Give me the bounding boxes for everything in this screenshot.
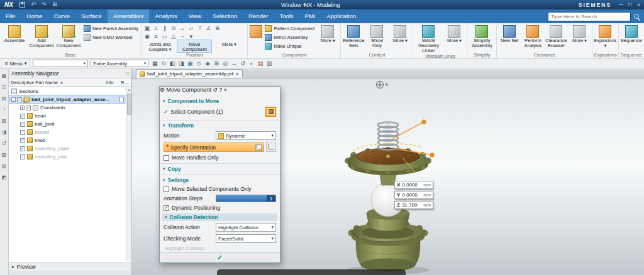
align-icon[interactable]: ≡: [152, 32, 160, 40]
distance-icon[interactable]: ↔: [178, 24, 186, 32]
part-navigator-icon[interactable]: ▤: [2, 95, 7, 101]
tab-home[interactable]: Home: [21, 9, 48, 23]
shaded-icon[interactable]: ◆: [204, 60, 211, 67]
tree-row-socket[interactable]: ✓ socket: [9, 128, 131, 136]
pattern-component-gallery-button[interactable]: [249, 24, 263, 38]
history-icon[interactable]: ↺: [2, 141, 6, 146]
zoom-icon[interactable]: ◎: [221, 60, 229, 67]
navigator-column-header[interactable]: Descriptive Part Name ▲ Info R...: [9, 78, 131, 87]
selection-scope-dropdown[interactable]: Entire Assembly ▾: [91, 60, 148, 67]
explosions-button[interactable]: Explosions ▾: [594, 24, 616, 48]
undo-icon[interactable]: ↶: [30, 1, 37, 9]
section-copy[interactable]: ▾ Copy: [160, 163, 280, 173]
motion-dropdown[interactable]: Dynamic ▾: [216, 131, 276, 140]
rotate-view-icon[interactable]: ↺: [239, 60, 247, 67]
show-hide-icon[interactable]: ◐: [248, 60, 255, 67]
perpendicular-icon[interactable]: ⊤: [196, 24, 204, 32]
checkbox-icon[interactable]: ✓: [20, 154, 25, 159]
select-face-icon[interactable]: ◧: [169, 60, 176, 67]
symmetry-icon[interactable]: △: [169, 32, 177, 40]
new-parent-assembly-button[interactable]: New Parent Assembly: [82, 24, 140, 33]
move-component-button[interactable]: Move Component: [177, 40, 211, 52]
show-only-button[interactable]: Show Only: [365, 24, 388, 48]
pattern-component-button[interactable]: Pattern Component: [264, 24, 316, 33]
reset-icon[interactable]: ↺: [213, 87, 218, 93]
checkbox-icon[interactable]: ✓: [20, 114, 25, 119]
center-icon[interactable]: ⊕: [213, 24, 221, 32]
clearance-browser-button[interactable]: Clearance Browser: [545, 24, 567, 48]
add-component-button[interactable]: Add Component: [28, 24, 55, 48]
tree-row-assembly-root[interactable]: ✓ ball_joint_tripod_adapter_asse...: [9, 95, 131, 104]
checking-mode-dropdown[interactable]: Facet/Solid ▾: [216, 234, 276, 243]
checkbox-icon[interactable]: ✓: [20, 146, 25, 151]
tab-application[interactable]: Application: [321, 9, 361, 23]
notifications-icon[interactable]: ◔: [3, 107, 6, 112]
save-icon[interactable]: [19, 2, 25, 8]
close-button[interactable]: ×: [635, 2, 643, 8]
tree-row-constraints[interactable]: ✓ Constraints: [9, 104, 131, 112]
help-icon[interactable]: ?: [219, 87, 222, 93]
ok-button[interactable]: ✓: [217, 254, 223, 262]
parallel-icon[interactable]: ▱: [187, 24, 195, 32]
animation-steps-slider[interactable]: 1: [216, 195, 276, 202]
mirror-assembly-button[interactable]: Mirror Assembly: [264, 33, 316, 41]
section-component-to-move[interactable]: ▾ Component to Move: [160, 96, 280, 105]
window-icon[interactable]: ▥: [265, 60, 273, 67]
tab-analysis[interactable]: Analysis: [149, 9, 182, 23]
touch-align-icon[interactable]: ∥: [160, 24, 169, 32]
search-icon[interactable]: [634, 14, 639, 19]
assembly-constraints-icon[interactable]: ▣: [143, 24, 151, 32]
joints-and-couplers-button[interactable]: Joints and Couplers ▾: [143, 40, 177, 52]
select-edge-icon[interactable]: ◨: [177, 60, 185, 67]
maximize-button[interactable]: □: [626, 2, 634, 8]
tab-curve[interactable]: Curve: [48, 9, 75, 23]
view-manager-icon[interactable]: ◨: [2, 129, 7, 135]
make-unique-button[interactable]: Make Unique: [264, 41, 316, 50]
window-menu[interactable]: Window ▾: [281, 2, 306, 8]
scroll-up-icon[interactable]: ▴: [128, 87, 130, 92]
simplify-assembly-button[interactable]: Simplify Assembly: [469, 24, 495, 48]
perform-analysis-button[interactable]: Perform Analysis: [521, 24, 544, 48]
scrollbar-thumb[interactable]: [127, 94, 131, 115]
roles-icon[interactable]: ◩: [2, 175, 7, 180]
edit-section-icon[interactable]: ▤: [257, 60, 264, 67]
bond-icon[interactable]: ◉: [143, 32, 151, 40]
constraint-navigator-icon[interactable]: ◫: [2, 84, 7, 90]
checkbox-icon[interactable]: ✓: [26, 105, 31, 111]
window-switch-icon[interactable]: ⊞: [51, 1, 58, 9]
coordinate-z[interactable]: Z 31.700 mm: [394, 201, 433, 209]
sequence-button[interactable]: Sequence: [620, 24, 643, 43]
clearance-more-button[interactable]: More ▾: [568, 24, 591, 43]
cable-icon[interactable]: ~: [178, 32, 186, 40]
minimize-button[interactable]: ─: [617, 2, 625, 8]
selection-filter-dropdown[interactable]: ▾: [33, 60, 88, 67]
new-dmu-workset-button[interactable]: New DMU Workset: [82, 33, 140, 41]
tree-row-head[interactable]: ✓ head: [9, 112, 131, 120]
interpart-more-button[interactable]: More ▾: [443, 24, 465, 43]
tree-row-sections[interactable]: ✓ Sections: [9, 87, 131, 95]
tree-row-mounting-pad[interactable]: ✓ mounting_pad: [9, 153, 131, 161]
fix-constraint-icon[interactable]: ⊥: [152, 24, 160, 32]
coordinate-value[interactable]: 0.0000: [402, 192, 421, 198]
tab-view[interactable]: View: [183, 9, 207, 23]
snap-point-icon[interactable]: ⊙: [160, 60, 167, 67]
tab-surface[interactable]: Surface: [75, 9, 108, 23]
pan-icon[interactable]: ↔: [230, 60, 238, 67]
new-component-button[interactable]: New Component: [55, 24, 82, 48]
manufacturing-icon[interactable]: ▥: [2, 163, 7, 169]
preview-section[interactable]: ▸ Preview: [9, 262, 131, 271]
expand-icon[interactable]: [20, 105, 25, 110]
orientation-circle-icon[interactable]: [376, 81, 384, 89]
tree-row-knob[interactable]: ✓ knob: [9, 136, 131, 144]
dialog-titlebar[interactable]: ⚙ Move Component ↺ ? ×: [160, 87, 280, 96]
column-read-only[interactable]: R...: [121, 80, 130, 85]
new-set-button[interactable]: New Set: [498, 24, 521, 43]
close-tab-icon[interactable]: ×: [236, 71, 239, 77]
collision-action-dropdown[interactable]: Highlight Collision ▾: [216, 223, 276, 232]
tab-pmi[interactable]: PMI: [299, 9, 321, 23]
coordinate-x[interactable]: X 0.0000 mm: [394, 181, 433, 189]
column-info[interactable]: Info: [106, 80, 121, 85]
assembly-navigator-icon[interactable]: ▦: [2, 73, 7, 78]
redo-icon[interactable]: ↷: [40, 1, 48, 9]
tab-selection[interactable]: Selection: [207, 9, 243, 23]
